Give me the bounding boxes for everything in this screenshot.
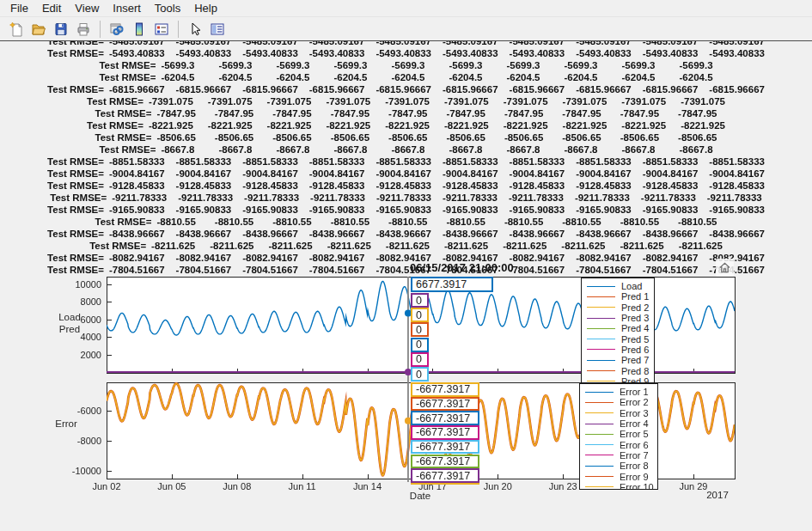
- xlabel-date: Date: [407, 491, 433, 501]
- insert-colorbar-button[interactable]: [129, 19, 150, 40]
- console-row: Test RMSE=-9211.78333-9211.78333-9211.78…: [0, 192, 812, 204]
- datatip-pred-value[interactable]: 0: [411, 293, 429, 308]
- rmse-label: Test RMSE=: [99, 72, 156, 82]
- open-file-button[interactable]: [28, 19, 49, 40]
- rmse-value: -6204.5: [161, 72, 194, 82]
- rmse-value: -8221.925: [563, 120, 607, 131]
- rmse-value: -7391.075: [208, 96, 253, 107]
- ytick-label: 2000: [60, 350, 101, 360]
- new-figure-button[interactable]: [6, 19, 27, 40]
- rmse-value: -8438.96667: [375, 229, 431, 239]
- rmse-value: -9004.84167: [576, 168, 632, 179]
- rmse-value: -8082.94167: [109, 253, 165, 263]
- rmse-value: -8667.8: [680, 144, 713, 155]
- xtick-label: Jun 11: [277, 481, 328, 491]
- rmse-value: -7391.075: [385, 96, 430, 107]
- rmse-value: -6204.5: [506, 72, 540, 82]
- menu-item-file[interactable]: File: [3, 0, 35, 16]
- rmse-value: -7847.95: [388, 108, 427, 119]
- legend-entry-label: Pred 1: [621, 291, 649, 302]
- legend-entry-label: Pred 3: [621, 313, 649, 323]
- rmse-value: -8810.55: [156, 217, 195, 227]
- datatip-error-value[interactable]: -6677.3917: [411, 440, 479, 455]
- figure-window: FileEditViewInsertToolsHelp: [0, 0, 812, 531]
- rmse-value: -7847.95: [272, 108, 311, 119]
- datatip-datetime: 06/15/2017 21:00:00: [410, 261, 514, 274]
- restore-view-home-button[interactable]: [716, 259, 734, 277]
- rmse-value: -9165.90833: [576, 204, 632, 215]
- rmse-value: -9004.84167: [643, 168, 699, 179]
- rmse-value: -7847.95: [678, 108, 717, 119]
- legend-item: Error 2: [580, 397, 657, 407]
- legend-line-sample: [587, 328, 615, 329]
- rmse-value: -8211.625: [210, 241, 253, 251]
- menu-item-tools[interactable]: Tools: [148, 0, 187, 16]
- legend-entry-label: Pred 6: [621, 345, 649, 355]
- rmse-value: -9128.45833: [709, 180, 765, 191]
- insert-legend-button[interactable]: [151, 19, 172, 40]
- menu-item-view[interactable]: View: [68, 0, 106, 16]
- menu-item-edit[interactable]: Edit: [35, 0, 68, 16]
- legend-item: Pred 7: [582, 355, 654, 365]
- rmse-value: -9165.90833: [375, 204, 431, 215]
- menu-item-help[interactable]: Help: [187, 0, 224, 16]
- rmse-value: -8082.94167: [309, 253, 365, 263]
- datatip-error-value[interactable]: -6677.3917: [411, 397, 479, 412]
- legend-item: Error 6: [580, 439, 657, 449]
- legend-item: Error 9: [580, 471, 657, 481]
- rmse-value: -8506.65: [678, 132, 717, 143]
- datatip-pred-value[interactable]: 0: [411, 352, 429, 367]
- rmse-label: Test RMSE=: [87, 120, 143, 131]
- legend-load-pred[interactable]: LoadPred 1Pred 2Pred 3Pred 4Pred 5Pred 6…: [581, 278, 655, 383]
- datatip-pred-value[interactable]: 0: [411, 308, 429, 322]
- rmse-value: -9211.78333: [443, 192, 498, 203]
- rmse-value: -8082.94167: [242, 253, 298, 263]
- datatip-pred-value[interactable]: 0: [411, 322, 429, 337]
- figure-properties-button[interactable]: [207, 19, 228, 40]
- console-row: Test RMSE=-7391.075-7391.075-7391.075-73…: [0, 95, 812, 107]
- xtick-label: Jun 05: [146, 481, 198, 491]
- legend-item: Load: [582, 281, 654, 291]
- legend-item: Error 7: [580, 450, 657, 461]
- datatip-error-value[interactable]: -6677.3917: [411, 411, 479, 425]
- legend-line-sample: [587, 339, 615, 339]
- menu-item-insert[interactable]: Insert: [106, 0, 148, 16]
- datatip-error-value[interactable]: -6677.3917: [411, 425, 479, 440]
- rmse-value: -8851.58333: [510, 156, 565, 167]
- datatip-pred-value[interactable]: 0: [411, 338, 429, 352]
- legend-entry-label: Error 10: [620, 482, 654, 490]
- legend-line-sample: [587, 381, 615, 381]
- legend-entry-label: Error 6: [620, 440, 649, 450]
- rmse-value: -9211.78333: [310, 192, 365, 203]
- insert-colorbar-icon: [131, 21, 147, 37]
- legend-entry-label: Load: [621, 281, 642, 291]
- datatip-load-value[interactable]: 6677.3917: [411, 277, 493, 292]
- save-figure-button[interactable]: [51, 19, 71, 40]
- legend-entry-label: Pred 8: [621, 366, 649, 376]
- rmse-value: -8506.65: [215, 132, 253, 143]
- datatip-error-value[interactable]: -6677.3917: [411, 468, 479, 483]
- rmse-value: -8810.55: [504, 217, 543, 227]
- rmse-value: -9211.78333: [112, 192, 167, 203]
- print-figure-button[interactable]: [73, 19, 94, 40]
- edit-plot-pointer-button[interactable]: [185, 19, 205, 40]
- rmse-value: -7847.95: [215, 108, 253, 119]
- rmse-value: -8506.65: [446, 132, 485, 143]
- legend-item: Pred 5: [582, 333, 654, 344]
- rmse-value: -9004.84167: [510, 168, 565, 179]
- datatip-pred-value[interactable]: 0: [411, 367, 429, 381]
- datatip-error-value[interactable]: -6677.3917: [411, 382, 479, 397]
- rmse-value: -9128.45833: [176, 180, 232, 191]
- datatip-error-value[interactable]: -6677.3917: [411, 455, 479, 469]
- legend-error[interactable]: Error 1Error 2Error 3Error 4Error 5Error…: [579, 383, 658, 490]
- rmse-value: -9128.45833: [309, 180, 365, 191]
- rmse-value: -5699.3: [333, 60, 367, 70]
- rmse-value: -8438.96667: [643, 229, 699, 239]
- rmse-label: Test RMSE=: [47, 156, 104, 167]
- link-plot-button[interactable]: [107, 19, 127, 40]
- rmse-value: -8438.96667: [443, 229, 498, 239]
- rmse-value: -8211.625: [151, 241, 195, 251]
- rmse-value: -8667.8: [161, 144, 194, 155]
- console-row: Test RMSE=-9004.84167-9004.84167-9004.84…: [0, 168, 812, 180]
- rmse-value: -8851.58333: [443, 156, 498, 167]
